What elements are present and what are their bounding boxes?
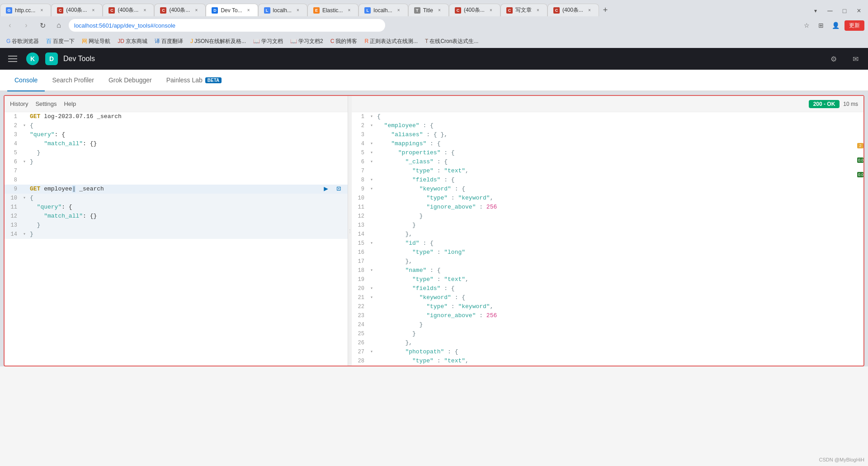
resp-gutter [368,166,375,176]
resp-fold-icon[interactable]: ▾ [368,112,375,121]
copy-as-curl-button[interactable]: ⊡ [333,184,344,195]
account-button[interactable]: 👤 [830,20,841,31]
history-button[interactable]: History [10,100,28,107]
resp-line-14: 14 }, [352,230,863,239]
response-area[interactable]: 1 ▾ { 2 ▾ "employee" : { 3 "aliases" : {… [352,112,863,366]
resp-line-content: "type" : "text", [375,275,863,284]
tab-t1[interactable]: G http.cc... × [0,4,51,16]
bookmark-learn1[interactable]: 📖 学习文档 [250,37,286,46]
resp-line-content: "keyword" : { [375,185,863,194]
tab-grok-debugger[interactable]: Grok Debugger [101,70,159,91]
url-bar[interactable]: localhost:5601/app/dev_tools#/console [69,19,385,32]
tab-close-t8[interactable]: × [395,7,402,14]
resp-fold-icon[interactable]: ▾ [368,347,375,357]
back-button[interactable]: ‹ [4,19,16,32]
resp-fold-icon[interactable]: ▾ [368,148,375,157]
help-button[interactable]: Help [64,100,76,107]
tab-t2[interactable]: C (400条... × [51,4,103,16]
tab-close-t5[interactable]: × [245,7,252,14]
tab-close-t10[interactable]: × [487,7,495,14]
tab-search-button[interactable]: ⊞ [816,20,826,31]
new-tab-button[interactable]: + [599,4,612,16]
tab-dropdown-button[interactable]: ▾ [810,5,821,16]
tab-search-profiler[interactable]: Search Profiler [45,70,101,91]
resp-fold-icon[interactable]: ▾ [368,284,375,293]
hamburger-menu[interactable] [5,52,20,66]
tab-close-t6[interactable]: × [294,7,302,14]
svg-text:K: K [30,55,35,62]
bookmark-google[interactable]: G 谷歌浏览器 [4,37,42,46]
tab-close-t7[interactable]: × [345,7,353,14]
tab-close-t1[interactable]: × [38,7,45,14]
resp-line-content: }, [375,230,863,239]
bookmark-star-button[interactable]: ☆ [801,20,812,31]
resp-fold-icon[interactable]: ▾ [368,239,375,248]
update-button[interactable]: 更新 [844,20,864,31]
bookmark-json[interactable]: J JSON在线解析及格... [188,37,249,46]
fold-icon[interactable]: ▾ [21,194,28,203]
tab-t11[interactable]: C 写文章 × [500,4,547,16]
resp-fold-icon[interactable]: ▾ [368,266,375,275]
run-button[interactable]: ▶ [321,184,331,195]
settings-icon[interactable]: ⚙ [826,52,841,66]
refresh-button[interactable]: ↻ [36,19,49,32]
resp-fold-icon[interactable]: ▾ [368,176,375,185]
bookmark-learn2[interactable]: 📖 学习文档2 [288,37,326,46]
tab-t10[interactable]: C (400条... × [449,4,500,16]
home-button[interactable]: ⌂ [52,19,65,32]
resp-line-content: }, [375,338,863,347]
tab-t7[interactable]: E Elastic... × [307,4,359,16]
tab-close-t9[interactable]: × [436,7,443,14]
tab-close-t3[interactable]: × [141,7,148,14]
editor-area[interactable]: 1 GET log-2023.07.16 _search 2 ▾ { 3 "qu… [5,112,348,366]
fold-icon[interactable]: ▾ [21,230,28,239]
resp-fold-icon[interactable]: ▾ [368,185,375,194]
tab-t6[interactable]: L localh... × [258,4,307,16]
forward-button[interactable]: › [20,19,33,32]
line-number: 9 [5,185,21,194]
bookmark-regex[interactable]: R 正则表达式在线测... [362,37,420,46]
tab-console[interactable]: Console [7,70,45,91]
tab-t4[interactable]: C (400条... × [154,4,206,16]
bookmark-cron[interactable]: T 在线Cron表达式生... [422,37,481,46]
resp-line-content: } [375,212,863,221]
tab-close-t12[interactable]: × [586,7,593,14]
resp-fold-icon[interactable]: ▾ [368,121,375,130]
tab-t5[interactable]: D Dev To... × [206,4,258,16]
tab-t9[interactable]: T Title × [408,4,449,16]
tab-painless-lab[interactable]: Painless Lab BETA [159,70,229,91]
bookmark-jd[interactable]: JD 京东商城 [115,37,150,46]
resp-line-content: "type" : "long" [375,248,863,257]
fold-icon[interactable]: ▾ [21,157,28,166]
fold-icon[interactable]: ▾ [21,121,28,130]
tab-close-t4[interactable]: × [193,7,200,14]
notifications-icon[interactable]: ✉ [848,52,863,66]
resp-line-content: "fields" : { [375,176,863,185]
bookmark-baidu[interactable]: 百 百度一下 [43,37,77,46]
tab-t12[interactable]: C (400条... × [547,4,599,16]
tab-label-t10: (400条... [464,6,485,14]
dev-badge: D [45,52,58,65]
tab-close-t11[interactable]: × [534,7,542,14]
bookmark-label: 正则表达式在线测... [370,38,418,45]
tab-label-t2: (400条... [66,6,87,14]
resp-line-19: 19 "type" : "text", [352,275,863,284]
tab-t8[interactable]: L localh... × [359,4,408,16]
maximize-button[interactable]: □ [839,5,850,16]
time-badge: 10 ms [843,101,858,107]
devtools-tabs: Console Search Profiler Grok Debugger Pa… [0,70,868,91]
minimize-button[interactable]: ─ [825,5,835,16]
bookmark-blog[interactable]: C 我的博客 [328,37,360,46]
resp-fold-icon[interactable]: ▾ [368,139,375,148]
panel-resizer[interactable]: ⋮ [348,96,352,366]
resp-fold-icon[interactable]: ▾ [368,157,375,166]
resp-line-content: "_class" : { [375,157,863,166]
resp-fold-icon[interactable]: ▾ [368,293,375,302]
bookmark-translate[interactable]: 译 百度翻译 [152,37,186,46]
tab-close-t2[interactable]: × [90,7,97,14]
tab-t3[interactable]: C (400条... × [103,4,154,16]
settings-button[interactable]: Settings [35,100,57,107]
resp-line-content: "type" : "keyword", [375,302,863,311]
close-window-button[interactable]: × [854,5,864,16]
bookmark-nav[interactable]: 网 网址导航 [79,37,113,46]
